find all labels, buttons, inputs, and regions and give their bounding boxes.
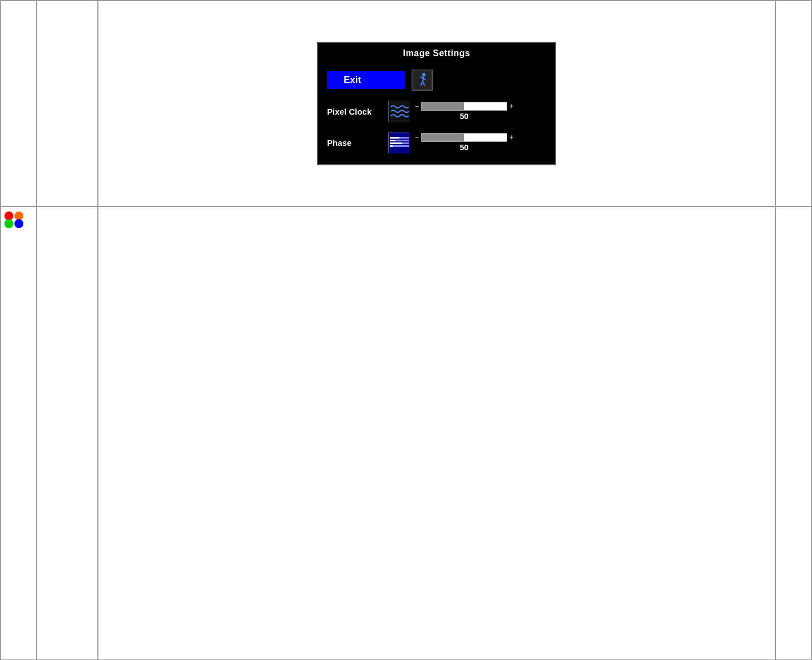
phase-svg <box>389 132 410 154</box>
phase-icon <box>388 132 409 153</box>
top-main-cell: Image Settings Exit <box>98 1 775 206</box>
circles-group <box>4 211 33 228</box>
circle-blue <box>14 219 23 228</box>
pixel-clock-icon <box>388 101 409 122</box>
svg-rect-12 <box>390 140 395 141</box>
svg-rect-14 <box>390 142 402 144</box>
exit-icon <box>412 70 433 91</box>
phase-row: Phase <box>327 132 546 153</box>
circle-green <box>4 219 13 228</box>
bottom-second-cell <box>37 206 98 660</box>
main-grid: Image Settings Exit <box>0 0 812 660</box>
pixel-clock-minus[interactable]: − <box>415 102 419 110</box>
image-settings-dialog: Image Settings Exit <box>317 42 556 165</box>
phase-slider-track-row: − + <box>415 133 513 142</box>
bottom-right-cell <box>775 206 811 660</box>
walking-figure-icon <box>413 71 431 89</box>
top-left-cell <box>1 1 37 206</box>
bottom-main-cell <box>98 206 775 660</box>
pixel-clock-svg <box>389 101 410 122</box>
dialog-body: Exit <box>318 65 555 164</box>
phase-slider-container: − + 50 <box>415 133 513 152</box>
phase-plus[interactable]: + <box>509 134 513 141</box>
pixel-clock-slider-container: − + 50 <box>415 102 513 121</box>
svg-rect-15 <box>390 145 409 147</box>
top-right-cell <box>775 1 811 206</box>
svg-rect-0 <box>413 71 431 89</box>
bottom-left-cell <box>1 206 37 660</box>
svg-rect-16 <box>390 145 393 147</box>
svg-point-1 <box>422 73 425 76</box>
circles-row-bottom <box>4 219 33 228</box>
exit-button[interactable]: Exit <box>327 71 405 89</box>
pixel-clock-plus[interactable]: + <box>509 102 513 110</box>
phase-value: 50 <box>460 143 469 152</box>
pixel-clock-row: Pixel Clock − <box>327 101 546 122</box>
pixel-clock-label: Pixel Clock <box>327 107 388 116</box>
pixel-clock-value: 50 <box>460 112 469 121</box>
dialog-title: Image Settings <box>318 43 555 65</box>
pixel-clock-slider-track-row: − + <box>415 102 513 111</box>
exit-row: Exit <box>327 70 546 91</box>
phase-slider-track[interactable] <box>421 133 507 142</box>
phase-label: Phase <box>327 138 388 147</box>
phase-minus[interactable]: − <box>415 134 419 141</box>
pixel-clock-slider-track[interactable] <box>421 102 507 111</box>
svg-rect-10 <box>390 137 399 139</box>
top-second-cell <box>37 1 98 206</box>
